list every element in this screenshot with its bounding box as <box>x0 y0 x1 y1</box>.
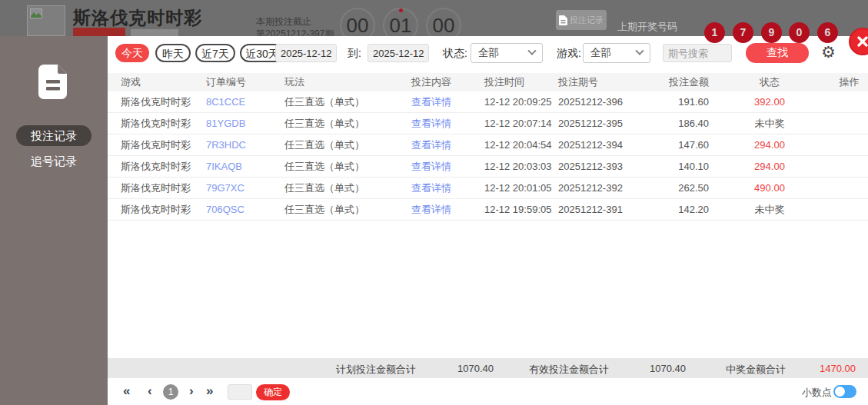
status-badge: 294.00 <box>709 161 830 172</box>
cell-game: 斯洛伐克时时彩 <box>108 95 206 109</box>
sidebar-item-chase-records[interactable]: 追号记录 <box>0 151 108 171</box>
order-link[interactable]: 706QSC <box>206 204 284 215</box>
view-detail-link[interactable]: 查看详情 <box>411 117 484 131</box>
col-header-status: 状态 <box>709 75 830 89</box>
cell-time: 12-12 20:01:05 <box>484 182 558 194</box>
col-header-period: 投注期号 <box>558 75 638 89</box>
cell-play: 任三直选（单式） <box>284 203 411 217</box>
table-header-row: 游戏 订单编号 玩法 投注内容 投注时间 投注期号 投注金额 状态 操作 <box>108 73 868 91</box>
game-select[interactable]: 全部 <box>583 43 650 63</box>
status-badge: 294.00 <box>709 139 830 151</box>
cell-game: 斯洛伐克时时彩 <box>108 160 206 174</box>
valid-total-value: 1070.40 <box>650 363 686 374</box>
col-header-amount: 投注金额 <box>638 75 709 89</box>
betting-records-modal: 今天 昨天 近7天 近30天 到: 状态: 全部 游戏: 全部 查找 ⚙ 游戏 … <box>108 36 868 405</box>
cell-time: 12-12 20:09:25 <box>484 96 558 108</box>
prev-page-button[interactable]: ‹ <box>148 383 152 399</box>
cell-play: 任三直选（单式） <box>284 181 411 195</box>
range-today-button[interactable]: 今天 <box>115 44 149 62</box>
draw-ball: 7 <box>733 22 753 43</box>
status-badge: 未中奖 <box>709 203 830 217</box>
cell-play: 任三直选（单式） <box>284 160 411 174</box>
header-tab-stub-active <box>73 28 125 36</box>
cell-time: 12-12 19:59:05 <box>484 204 558 215</box>
records-table: 游戏 订单编号 玩法 投注内容 投注时间 投注期号 投注金额 状态 操作 斯洛伐… <box>108 73 868 221</box>
planned-total-label: 计划投注金额合计 <box>336 363 416 377</box>
table-row: 斯洛伐克时时彩 79G7XC 任三直选（单式） 查看详情 12-12 20:01… <box>108 178 868 199</box>
records-button-dimmed: 投注记录 <box>556 10 607 30</box>
col-header-order: 订单编号 <box>206 75 284 89</box>
view-detail-link[interactable]: 查看详情 <box>411 138 484 152</box>
game-select-value: 全部 <box>590 46 611 60</box>
page-confirm-button[interactable]: 确定 <box>256 384 290 400</box>
view-detail-link[interactable]: 查看详情 <box>411 95 484 109</box>
pagination-bar: « ‹ 1 › » 确定 小数点 <box>108 378 868 405</box>
cell-amount: 262.50 <box>638 182 709 194</box>
cell-period: 20251212-392 <box>558 182 638 194</box>
range-7days-button[interactable]: 近7天 <box>195 44 235 62</box>
win-total-value: 1470.00 <box>820 363 856 374</box>
col-header-content: 投注内容 <box>411 75 484 89</box>
order-link[interactable]: 7IKAQB <box>206 161 284 172</box>
gear-icon[interactable]: ⚙ <box>821 42 836 62</box>
modal-sidebar: 投注记录 追号记录 <box>0 36 108 405</box>
decimal-toggle-label: 小数点 <box>802 386 832 400</box>
range-yesterday-button[interactable]: 昨天 <box>155 44 191 62</box>
cell-amount: 142.20 <box>638 204 709 215</box>
page-jump-input[interactable] <box>228 384 252 400</box>
cell-play: 任三直选（单式） <box>284 138 411 152</box>
col-header-game: 游戏 <box>108 75 206 89</box>
chevron-down-icon <box>527 47 536 55</box>
order-link[interactable]: 79G7XC <box>206 182 284 194</box>
search-button[interactable]: 查找 <box>746 43 809 63</box>
last-draw-label: 上期开奖号码 <box>617 20 677 34</box>
date-from-input[interactable] <box>275 44 337 62</box>
view-detail-link[interactable]: 查看详情 <box>411 203 484 217</box>
draw-ball: 6 <box>817 22 838 43</box>
cell-time: 12-12 20:04:54 <box>484 139 558 151</box>
cell-period: 20251212-393 <box>558 161 638 172</box>
status-select-value: 全部 <box>478 46 499 60</box>
draw-ball: 1 <box>704 22 725 43</box>
cell-amount: 186.40 <box>638 118 709 129</box>
cell-time: 12-12 20:07:14 <box>484 118 558 129</box>
cell-game: 斯洛伐克时时彩 <box>108 203 206 217</box>
last-page-button[interactable]: » <box>206 383 213 399</box>
draw-ball: 0 <box>789 22 810 43</box>
header-tab-stub <box>131 29 178 36</box>
to-label: 到: <box>348 47 361 61</box>
order-link[interactable]: 8C1CCE <box>206 96 284 108</box>
status-label: 状态: <box>443 47 467 61</box>
first-page-button[interactable]: « <box>123 383 130 399</box>
broken-image-placeholder <box>27 5 65 36</box>
col-header-play: 玩法 <box>284 75 411 89</box>
table-row: 斯洛伐克时时彩 706QSC 任三直选（单式） 查看详情 12-12 19:59… <box>108 199 868 221</box>
status-select[interactable]: 全部 <box>471 43 543 63</box>
period-search-input[interactable] <box>663 44 732 62</box>
cell-time: 12-12 20:03:03 <box>484 161 558 172</box>
cell-amount: 140.10 <box>638 161 709 172</box>
cell-amount: 191.60 <box>638 96 709 108</box>
date-to-input[interactable] <box>367 44 429 62</box>
draw-ball: 9 <box>761 22 782 43</box>
col-header-time: 投注时间 <box>484 75 558 89</box>
toggle-knob <box>835 387 845 397</box>
document-icon <box>559 15 567 25</box>
decimal-toggle[interactable] <box>833 385 856 398</box>
table-row: 斯洛伐克时时彩 7R3HDC 任三直选（单式） 查看详情 12-12 20:04… <box>108 134 868 156</box>
chevron-down-icon <box>635 47 644 55</box>
screen: 斯洛伐克时时彩 本期投注截止 第20251212-397期 00 01 00 投… <box>0 0 868 405</box>
next-page-button[interactable]: › <box>189 383 194 399</box>
cell-period: 20251212-395 <box>558 118 638 129</box>
cell-period: 20251212-396 <box>558 96 638 108</box>
cell-period: 20251212-391 <box>558 204 638 215</box>
status-badge: 未中奖 <box>709 117 830 131</box>
order-link[interactable]: 7R3HDC <box>206 139 284 151</box>
order-link[interactable]: 81YGDB <box>206 118 284 129</box>
current-page-badge[interactable]: 1 <box>163 384 178 400</box>
view-detail-link[interactable]: 查看详情 <box>411 160 484 174</box>
sidebar-item-betting-records[interactable]: 投注记录 <box>16 125 91 146</box>
view-detail-link[interactable]: 查看详情 <box>411 181 484 195</box>
table-row: 斯洛伐克时时彩 7IKAQB 任三直选（单式） 查看详情 12-12 20:03… <box>108 156 868 178</box>
cell-period: 20251212-394 <box>558 139 638 151</box>
